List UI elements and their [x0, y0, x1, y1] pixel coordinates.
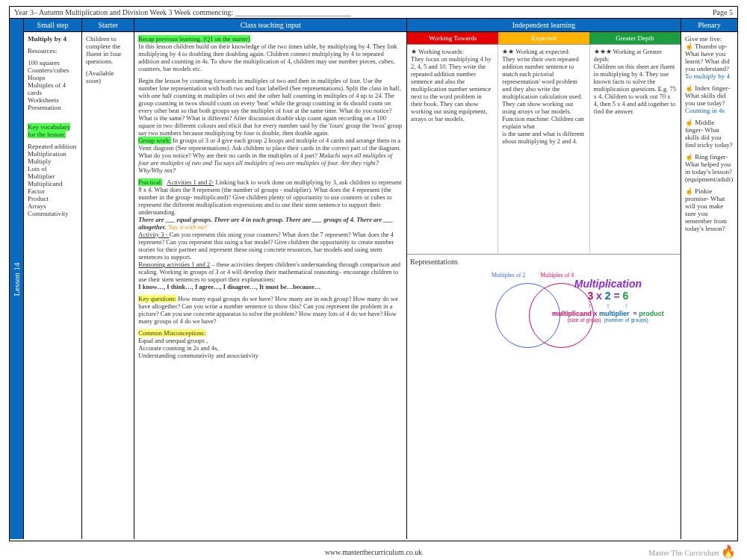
- starter-avail: (Available soon): [86, 69, 130, 84]
- lesson-plan: Year 3– Autumn Multiplication and Divisi…: [9, 6, 738, 541]
- mult-labels: multiplicand x multiplier = product: [545, 310, 672, 317]
- thumbs: Give me five: ☝ Thumbs up- What have you…: [685, 35, 734, 72]
- col-small-step: Small step Multiply by 4 Resources: 100 …: [24, 19, 82, 539]
- venn-label-1: Multiples of 2: [492, 272, 525, 279]
- wt-text: ★ Working towards: They focus on multipl…: [407, 45, 498, 254]
- misconceptions-list: Equal and unequal groups , Accurate coun…: [138, 337, 403, 359]
- page-header: Year 3– Autumn Multiplication and Divisi…: [10, 7, 737, 18]
- misconceptions: Common Misconceptions:: [138, 329, 403, 337]
- wt-header: Working Towards: [407, 32, 498, 44]
- level-content: ★ Working towards: They focus on multipl…: [407, 45, 681, 254]
- header-right: Page 5: [713, 8, 733, 16]
- rep-title: Representations: [410, 258, 678, 266]
- col-plenary: Plenary Give me five: ☝ Thumbs up- What …: [681, 19, 737, 539]
- col-teaching: Class teaching input Recap previous lear…: [134, 19, 407, 539]
- resources-label: Resources:: [28, 47, 78, 55]
- group-work: Group work: In groups of 3 or 4 give eac…: [138, 137, 403, 174]
- col-header: Class teaching input: [134, 19, 406, 32]
- reasoning-stem: I know…, I think…, I agree…, I disagree……: [138, 283, 403, 290]
- starter-text: Children to complete the fluent in four …: [86, 35, 130, 65]
- ex-text: ★★ Working at expected: They write their…: [498, 45, 589, 254]
- header-left: Year 3– Autumn Multiplication and Divisi…: [14, 8, 351, 16]
- col-header: Independent learning: [407, 19, 681, 32]
- multiplication-diagram: Multiplication 3 x 2 = 6 ↑ ↑ ↑ multiplic…: [545, 278, 672, 323]
- mult-sublabels: (size of group) (number of groups): [545, 317, 672, 323]
- step-title: Multiply by 4: [28, 35, 78, 43]
- col-body: Children to complete the fluent in four …: [82, 32, 134, 539]
- col-body: Working Towards Expected Greater Depth ★…: [407, 32, 681, 539]
- lesson-tab: Lesson 14: [10, 19, 24, 539]
- pinkie: ☝ Pinkie promise- What will you make sur…: [685, 187, 734, 232]
- col-header: Plenary: [681, 19, 737, 32]
- practical: Practical: Activities 1 and 2- Linking b…: [138, 178, 403, 216]
- main-row: Lesson 14 Small step Multiply by 4 Resou…: [10, 18, 737, 539]
- intro: In this lesson children build on their k…: [138, 43, 403, 72]
- gd-text: ★★★ Working at Greater depth: Children o…: [590, 45, 681, 254]
- footer-url: www.masterthecurriculum.co.uk: [0, 548, 747, 556]
- middle: ☝ Middle finger- What skills did you fin…: [685, 119, 734, 149]
- resources-list: 100 squares Counters/cubes Hoops Multipl…: [28, 59, 78, 111]
- reasoning: Reasoning activities 1 and 2 – these act…: [138, 261, 403, 283]
- mult-title: Multiplication: [545, 278, 672, 290]
- col-starter: Starter Children to complete the fluent …: [82, 19, 134, 539]
- vocab-list: Repeated addition Multiplication Multipl…: [28, 143, 78, 217]
- col-body: Give me five: ☝ Thumbs up- What have you…: [681, 32, 737, 539]
- col-header: Starter: [82, 19, 134, 32]
- thumbs-ans: To multiply by 4: [685, 72, 734, 80]
- col-header: Small step: [24, 19, 81, 32]
- counting: Begin the lesson by counting forwards in…: [138, 77, 403, 137]
- stem: There are ___ equal groups. There are 4 …: [138, 216, 403, 231]
- key-questions: Key questions: How many equal groups do …: [138, 295, 403, 325]
- index-ans: Counting in 4s: [685, 107, 734, 114]
- recap: Recap previous learning. (Q1 on the star…: [138, 35, 403, 43]
- col-independent: Independent learning Working Towards Exp…: [407, 19, 681, 539]
- ex-header: Expected: [498, 32, 589, 44]
- activity3: Activity 3 - Can you represent this usin…: [138, 231, 403, 261]
- mult-eq: 3 x 2 = 6: [545, 290, 672, 302]
- index: ☝ Index finger- What skills did you use …: [685, 84, 734, 107]
- flame-icon: 🔥: [721, 545, 736, 558]
- lesson-number: Lesson 14: [12, 262, 21, 296]
- brand-logo: Master The Curriculum 🔥: [648, 544, 736, 559]
- gd-header: Greater Depth: [589, 32, 681, 44]
- representations: Representations Multiples of 2 Multiples…: [407, 254, 681, 387]
- col-body: Recap previous learning. (Q1 on the star…: [134, 32, 406, 539]
- key-vocab-heading: Key vocabularyfor the lesson:: [28, 123, 78, 138]
- level-headers: Working Towards Expected Greater Depth: [407, 32, 681, 45]
- ring: ☝ Ring finger- What helped you in today'…: [685, 153, 734, 183]
- col-body: Multiply by 4 Resources: 100 squares Cou…: [24, 32, 81, 539]
